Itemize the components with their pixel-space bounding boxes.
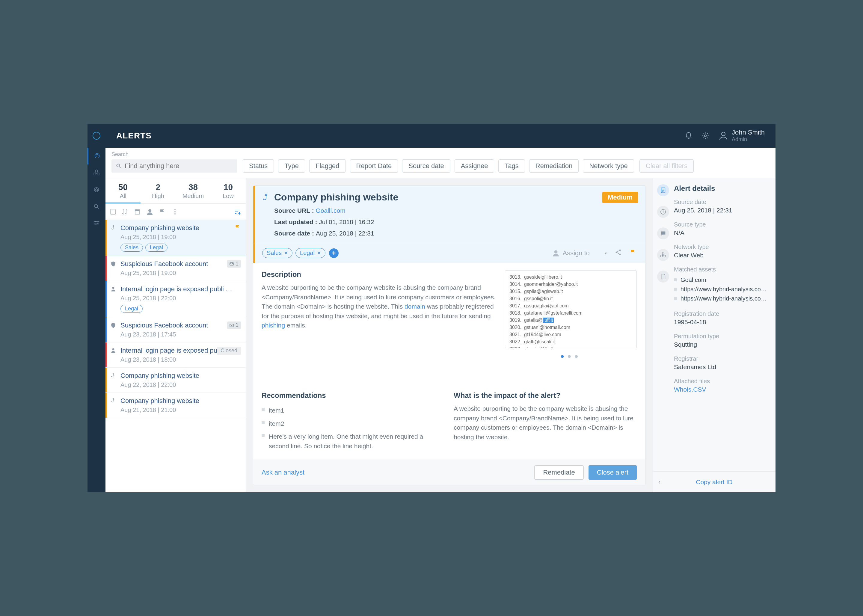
hook-icon (110, 373, 116, 379)
sort-icon[interactable] (121, 208, 128, 215)
search-input[interactable] (112, 159, 237, 173)
side-source-type: N/A (674, 229, 768, 236)
remediate-button[interactable]: Remediate (534, 465, 583, 480)
alert-list-item[interactable]: Suspicious Facebook accountAug 25, 2018 … (105, 256, 246, 281)
filter-chip[interactable]: Source date (402, 159, 450, 173)
impact-text: A website purporting to be the company w… (454, 404, 637, 442)
alert-list-item[interactable]: Company phishing websiteAug 25, 2018 | 1… (105, 220, 246, 256)
severity-tab[interactable]: 2High (140, 178, 176, 203)
ask-analyst-link[interactable]: Ask an analyst (262, 468, 305, 476)
alert-list-item[interactable]: Internal login page is exposed publi …Au… (105, 281, 246, 317)
svg-point-32 (554, 250, 557, 253)
archive-icon[interactable] (134, 208, 141, 215)
sort-order-icon[interactable] (234, 208, 241, 215)
add-tag-button[interactable]: + (329, 248, 339, 258)
side-panel: Alert details Source dateAug 25, 2018 | … (652, 178, 775, 492)
description-text: A website purporting to be the company w… (262, 283, 496, 330)
hook-icon (110, 398, 116, 404)
nav-at-icon[interactable] (88, 181, 105, 198)
svg-point-5 (95, 189, 97, 190)
assign-icon[interactable] (146, 208, 153, 215)
svg-point-21 (174, 209, 176, 210)
filter-chip[interactable]: Tags (498, 159, 525, 173)
side-source-date: Aug 25, 2018 | 22:31 (674, 207, 768, 214)
source-url-link[interactable]: Goalll.com (316, 207, 345, 214)
alert-date: Aug 25, 2018 | 19:00 (121, 234, 241, 240)
svg-point-31 (265, 194, 267, 195)
alert-title: Company phishing website (121, 372, 199, 380)
side-tab-comments-icon[interactable] (657, 228, 669, 239)
user-name: John Smith (732, 129, 765, 136)
gear-icon[interactable] (699, 129, 712, 142)
filter-chip[interactable]: Network type (583, 159, 634, 173)
person-icon (110, 286, 116, 292)
filter-chip[interactable]: Remediation (529, 159, 579, 173)
side-network-type: Clear Web (674, 252, 768, 259)
closed-badge: Closed (217, 347, 241, 355)
hook-icon (110, 225, 116, 231)
attached-file-link[interactable]: Whois.CSV (674, 386, 768, 393)
filter-chip[interactable]: Assignee (454, 159, 494, 173)
svg-point-20 (148, 209, 151, 212)
svg-point-4 (97, 173, 99, 175)
side-tab-details-icon[interactable] (657, 184, 669, 196)
search-field[interactable] (125, 162, 233, 170)
assign-dropdown[interactable]: Assign to ▾ (552, 249, 607, 257)
tag-pill: Legal (145, 244, 168, 252)
alert-list-item[interactable]: Company phishing websiteAug 22, 2018 | 2… (105, 368, 246, 393)
impact-heading: What is the impact of the alert? (454, 391, 637, 400)
mail-count-badge: 1 (227, 322, 241, 329)
list-toolbar (105, 204, 246, 220)
nav-search-icon[interactable] (88, 198, 105, 215)
filter-chip[interactable]: Type (278, 159, 305, 173)
severity-tab[interactable]: 50All (105, 178, 140, 203)
side-tab-files-icon[interactable] (657, 270, 669, 283)
side-perm-type: Squtting (674, 341, 768, 348)
filter-chip[interactable]: Report Date (350, 159, 398, 173)
svg-point-16 (116, 164, 119, 167)
alert-list-item[interactable]: Company phishing websiteAug 21, 2018 | 2… (105, 393, 246, 418)
flag-icon[interactable] (159, 208, 166, 215)
more-icon[interactable] (171, 208, 179, 215)
matched-assets-list: Goal.comhttps://www.hybrid-analysis.co..… (674, 275, 768, 303)
side-title: Alert details (674, 184, 768, 193)
topbar: ALERTS John Smith Admin (105, 124, 775, 148)
nav-fingerprint-icon[interactable] (88, 148, 105, 165)
filter-chip[interactable]: Flagged (309, 159, 346, 173)
detail-tag-pill[interactable]: Legal ✕ (296, 248, 325, 258)
notifications-icon[interactable] (682, 129, 695, 142)
side-tab-history-icon[interactable] (657, 206, 669, 218)
filter-chip[interactable]: Status (243, 159, 274, 173)
detail-source-date: Aug 25, 2018 | 22:31 (316, 230, 374, 237)
clear-filters-button[interactable]: Clear all filters (640, 159, 694, 173)
collapse-side-icon[interactable]: ‹ (658, 478, 660, 486)
remove-tag-icon[interactable]: ✕ (317, 250, 321, 256)
side-registrar: Safenames Ltd (674, 363, 768, 371)
pagination-dots[interactable]: ●●● (505, 352, 637, 360)
avatar-icon (718, 130, 729, 141)
close-alert-button[interactable]: Close alert (588, 465, 637, 480)
matched-asset: https://www.hybrid-analysis.co..abcde555 (674, 294, 768, 303)
severity-tab[interactable]: 38Medium (176, 178, 211, 203)
share-icon[interactable] (615, 249, 622, 258)
alert-list-item[interactable]: Internal login page is exposed publiclyA… (105, 343, 246, 368)
phishing-link[interactable]: phishing (262, 322, 285, 329)
severity-tab[interactable]: 10Low (211, 178, 246, 203)
person-icon (110, 347, 116, 354)
app-frame: ALERTS John Smith Admin Search Sta (88, 124, 775, 492)
svg-point-0 (93, 132, 100, 139)
side-tab-threat-icon[interactable] (657, 249, 669, 261)
tag-pill: Legal (121, 305, 143, 313)
user-menu[interactable]: John Smith Admin (718, 129, 765, 143)
select-all-checkbox[interactable] (110, 209, 116, 215)
alert-title: Suspicious Facebook account (121, 322, 208, 329)
remove-tag-icon[interactable]: ✕ (284, 250, 288, 256)
severity-badge: Medium (602, 192, 638, 203)
nav-settings-icon[interactable] (88, 215, 105, 232)
detail-tag-pill[interactable]: Sales ✕ (262, 248, 292, 258)
flag-alert-icon[interactable] (630, 249, 637, 258)
alert-list-item[interactable]: Suspicious Facebook accountAug 23, 2018 … (105, 317, 246, 343)
copy-alert-id-link[interactable]: Copy alert ID (696, 478, 733, 486)
domain-link[interactable]: domain (404, 303, 425, 310)
nav-biohazard-icon[interactable] (88, 165, 105, 181)
